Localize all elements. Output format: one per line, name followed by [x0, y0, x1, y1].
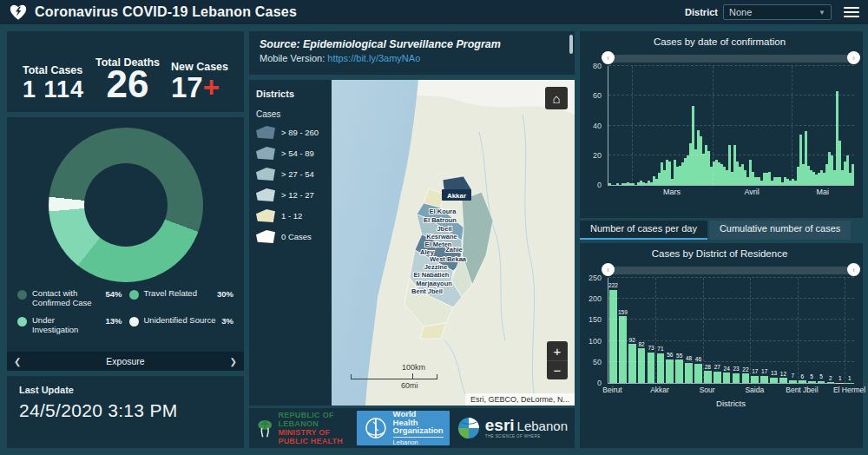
source-text: Source: Epidemiological Surveillance Pro… — [260, 38, 564, 50]
bar[interactable] — [675, 359, 683, 383]
bar[interactable] — [723, 373, 731, 383]
slider-handle-left[interactable]: ‖ — [602, 51, 615, 64]
exposure-panel: Contact with Confirmed Case 54% Travel R… — [7, 117, 244, 371]
bar[interactable] — [704, 371, 712, 383]
district-filter-select[interactable]: None ▼ — [723, 4, 832, 20]
total-deaths-value: 26 — [95, 65, 160, 103]
next-arrow-icon[interactable]: ❯ — [230, 357, 237, 366]
basemap: Akkar El KouraEl BatrounJbeilKesrwaneEl … — [332, 80, 575, 406]
who-logo: World Health Organization Lebanon — [357, 411, 450, 445]
slider-track[interactable] — [608, 55, 854, 63]
bar[interactable] — [733, 373, 740, 383]
exposure-legend-item[interactable]: Under Investigation 13% — [17, 316, 122, 335]
bar[interactable] — [694, 364, 702, 383]
prev-arrow-icon[interactable]: ❮ — [14, 357, 21, 366]
slider-track[interactable] — [608, 267, 854, 274]
last-update-panel: Last Update 24/5/2020 3:13 PM — [7, 376, 244, 448]
moph-emblem-icon — [256, 412, 273, 444]
map-district-label: Marjaayoun — [416, 280, 452, 287]
legend-dot-icon — [17, 290, 27, 300]
map-district-label: West Bekaa — [430, 255, 467, 263]
bar[interactable] — [666, 359, 674, 383]
bar[interactable] — [808, 381, 816, 383]
bar-value-label: 6 — [800, 374, 804, 380]
bar[interactable] — [818, 381, 825, 383]
scrollbar[interactable] — [569, 35, 573, 54]
who-name-line1: World Health — [393, 410, 444, 427]
menu-icon[interactable] — [844, 4, 859, 20]
bar[interactable] — [619, 316, 627, 383]
bar-value-label: 22 — [742, 367, 748, 373]
bar-value-label: 71 — [657, 346, 663, 353]
daily-chart-plot: 020406080 — [608, 66, 854, 186]
district-chart-range-slider: ‖ ‖ — [608, 264, 854, 276]
map-district-label: Zahle — [445, 246, 463, 254]
page-title: Coronavirus COVID-19 Lebanon Cases — [35, 4, 297, 20]
who-country: Lebanon — [393, 437, 444, 446]
bar-value-label: 13 — [771, 371, 777, 377]
district-chart-y-axis: 050100150200250 — [584, 278, 605, 383]
exposure-donut-chart[interactable] — [49, 128, 203, 282]
bar[interactable] — [628, 344, 636, 383]
moph-line2: MINISTRY OF PUBLIC HEALTH — [278, 428, 349, 445]
map-class-row: > 12 - 27 — [256, 188, 325, 201]
scale-bar: 100km 60mi — [351, 374, 437, 379]
bar[interactable] — [827, 382, 835, 383]
bar-value-label: 2 — [829, 376, 832, 382]
tab-cumulative-number-of-cases[interactable]: Cumulative number of cases — [709, 221, 851, 240]
who-name-line2: Organization — [393, 426, 444, 435]
zoom-in-button[interactable]: + — [547, 341, 568, 360]
slider-handle-right[interactable]: ‖ — [847, 51, 860, 64]
bar[interactable] — [648, 353, 655, 383]
map-class-row: 0 Cases — [256, 230, 325, 243]
district-chart-x-axis: BeirutAkkarSourSaidaBent JbeilEl Hermel — [608, 386, 854, 397]
bar[interactable] — [751, 376, 759, 383]
map-canvas[interactable]: Akkar El KouraEl BatrounJbeilKesrwaneEl … — [332, 80, 575, 406]
bar[interactable] — [657, 353, 665, 383]
bar-value-label: 73 — [648, 346, 654, 352]
map-zoom-control: + − — [547, 341, 568, 379]
map-district-label: Jezzine — [424, 263, 448, 271]
slider-handle-right[interactable]: ‖ — [847, 263, 860, 276]
bar[interactable] — [760, 376, 768, 383]
logos-panel: REPUBLIC OF LEBANON MINISTRY OF PUBLIC H… — [249, 408, 575, 448]
map-class-row: 1 - 12 — [256, 209, 325, 222]
exposure-footer: ❮ Exposure ❯ — [7, 352, 244, 371]
bar-value-label: 7 — [792, 373, 795, 379]
mobile-version-link[interactable]: https://bit.ly/3amyNAo — [327, 53, 420, 63]
bar[interactable] — [779, 378, 787, 383]
bar[interactable] — [713, 372, 721, 383]
last-update-label: Last Update — [19, 385, 232, 395]
donut-hole — [84, 163, 168, 247]
exposure-footer-label: Exposure — [106, 356, 144, 366]
last-update-value: 24/5/2020 3:13 PM — [19, 400, 232, 421]
bar[interactable] — [685, 363, 693, 383]
esri-globe-icon — [457, 416, 481, 440]
bar-value-label: 5 — [819, 374, 823, 380]
bar-value-label: 12 — [780, 372, 786, 378]
bar-value-label: 159 — [618, 310, 628, 316]
total-deaths-stat: Total Deaths 26 — [95, 56, 160, 103]
bar[interactable] — [799, 380, 806, 383]
bar[interactable] — [789, 380, 797, 383]
map-class-row: > 89 - 260 — [256, 126, 325, 139]
tab-number-of-cases-per-day[interactable]: Number of cases per day — [580, 221, 707, 240]
legend-dot-icon — [129, 290, 139, 300]
bar[interactable] — [609, 290, 617, 383]
exposure-legend-item[interactable]: Unidentified Source 3% — [129, 316, 234, 335]
exposure-legend-item[interactable]: Travel Related 30% — [129, 289, 234, 308]
chevron-down-icon: ▼ — [819, 9, 825, 16]
slider-handle-left[interactable]: ‖ — [602, 263, 615, 276]
esri-wordmark: esri — [485, 416, 515, 434]
map-class-row: > 54 - 89 — [256, 147, 325, 160]
zoom-out-button[interactable]: − — [547, 360, 568, 379]
bar[interactable] — [742, 373, 750, 383]
bar[interactable] — [638, 348, 646, 383]
home-button[interactable]: ⌂ — [545, 87, 568, 109]
bar[interactable] — [770, 378, 778, 383]
esri-tagline: THE SCIENCE OF WHERE — [485, 434, 568, 439]
daily-chart-title: Cases by date of confirmation — [585, 36, 854, 47]
bar[interactable] — [852, 164, 854, 185]
map-panel: Districts Cases > 89 - 260 > 54 - 89 > 2… — [249, 80, 575, 406]
exposure-legend-item[interactable]: Contact with Confirmed Case 54% — [17, 289, 122, 308]
